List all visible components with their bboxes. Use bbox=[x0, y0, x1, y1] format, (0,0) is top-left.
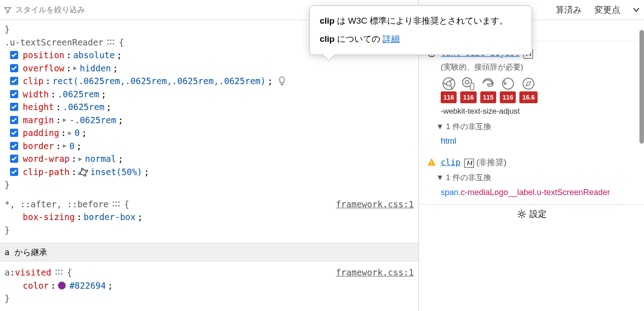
tooltip-text: は W3C 標準により非推奨とされています。 bbox=[335, 16, 508, 25]
selector[interactable]: .u-textScreenReader bbox=[5, 36, 103, 49]
chevron-down-icon[interactable] bbox=[633, 8, 639, 12]
tooltip: clip は W3C 標準により非推奨とされています。 clip についての 詳… bbox=[309, 5, 532, 55]
prop-link[interactable]: clip bbox=[441, 157, 460, 167]
close-brace: } bbox=[5, 224, 414, 237]
browser-chrome-mobile: 116 bbox=[460, 77, 476, 103]
checkbox[interactable] bbox=[10, 155, 18, 163]
lightbulb-icon[interactable] bbox=[277, 76, 287, 86]
svg-rect-32 bbox=[431, 161, 432, 163]
expand-icon[interactable]: ▶ bbox=[68, 128, 72, 138]
prop-value: hidden bbox=[80, 62, 111, 75]
property[interactable]: overflow: ▶hidden; bbox=[5, 62, 414, 75]
property[interactable]: width: .0625rem; bbox=[5, 88, 414, 101]
open-brace: { bbox=[124, 198, 129, 211]
property[interactable]: margin: ▶-.0625rem; bbox=[5, 114, 414, 127]
prop-name: box-sizing bbox=[23, 211, 75, 224]
settings-row[interactable]: 設定 bbox=[419, 204, 644, 220]
svg-rect-0 bbox=[107, 40, 109, 41]
source-link[interactable]: framework.css:1 bbox=[336, 198, 414, 211]
expand-icon[interactable]: ▶ bbox=[63, 141, 66, 150]
svg-rect-14 bbox=[116, 205, 117, 206]
version: 16.6 bbox=[519, 91, 537, 103]
svg-rect-11 bbox=[116, 201, 117, 203]
checkbox[interactable] bbox=[10, 51, 18, 59]
source-link[interactable]: framework.css:1 bbox=[336, 266, 414, 279]
compat-item: clip Ⲙ (非推奨) bbox=[427, 156, 636, 169]
incompat-toggle[interactable]: ▼ 1 件の非互換 bbox=[436, 171, 636, 184]
checkbox[interactable] bbox=[10, 77, 18, 85]
svg-rect-16 bbox=[55, 270, 57, 271]
prop-value: normal bbox=[85, 152, 116, 166]
expand-icon[interactable]: ▶ bbox=[78, 154, 82, 164]
prop-value: border-box bbox=[84, 211, 136, 224]
note: (実験的、接頭辞が必要) bbox=[441, 61, 636, 73]
version: 116 bbox=[460, 91, 476, 103]
checkbox[interactable] bbox=[10, 116, 18, 124]
prop-name: margin bbox=[23, 114, 54, 127]
color-swatch[interactable] bbox=[58, 281, 66, 290]
chrome-mobile-icon bbox=[462, 77, 475, 90]
incompat-toggle[interactable]: ▼ 1 件の非互換 bbox=[436, 120, 636, 133]
incompat-element[interactable]: html bbox=[441, 135, 636, 148]
settings-label: 設定 bbox=[529, 208, 547, 220]
svg-rect-3 bbox=[107, 43, 109, 45]
grid-icon bbox=[112, 201, 121, 207]
note: (非推奨) bbox=[476, 158, 506, 167]
selector[interactable]: a:visited bbox=[5, 266, 51, 279]
checkbox[interactable] bbox=[10, 129, 18, 137]
browser-edge: 115 bbox=[480, 77, 496, 103]
prop-name: border bbox=[23, 140, 54, 153]
property[interactable]: color: #822694; bbox=[5, 279, 414, 292]
svg-point-33 bbox=[431, 164, 432, 165]
prefix-text: -webkit-text-size-adjust bbox=[441, 105, 636, 117]
svg-point-31 bbox=[523, 78, 534, 89]
checkbox[interactable] bbox=[10, 90, 18, 98]
browser-safari: 16.6 bbox=[519, 77, 537, 103]
prop-value: .0625rem bbox=[63, 100, 105, 114]
tooltip-link[interactable]: 詳細 bbox=[382, 34, 400, 44]
prop-value: -.0625rem bbox=[70, 114, 116, 127]
gear-icon bbox=[517, 209, 527, 219]
tab-changes[interactable]: 変更点 bbox=[594, 4, 620, 16]
prop-value: 0 bbox=[75, 126, 80, 140]
svg-rect-19 bbox=[55, 273, 57, 275]
checkbox[interactable] bbox=[10, 168, 18, 176]
tooltip-keyword: clip bbox=[320, 34, 335, 44]
svg-rect-29 bbox=[470, 83, 474, 90]
property[interactable]: word-wrap: ▶normal; bbox=[5, 152, 414, 166]
property[interactable]: box-sizing: border-box; bbox=[5, 211, 414, 224]
prop-value: .0625rem bbox=[58, 88, 100, 101]
selector[interactable]: *, ::after, ::before bbox=[5, 198, 109, 211]
prop-name: clip-path bbox=[23, 166, 70, 179]
property[interactable]: clip-path: inset(50%); bbox=[5, 166, 414, 179]
edge-icon bbox=[481, 77, 495, 90]
close-brace: } bbox=[5, 178, 414, 191]
element-path[interactable]: span.c-mediaLogo__label.u-textScreenRead… bbox=[441, 186, 636, 199]
svg-point-9 bbox=[84, 175, 86, 176]
browser-firefox: 116 bbox=[500, 77, 516, 103]
property[interactable]: border: ▶0; bbox=[5, 140, 414, 153]
checkbox[interactable] bbox=[10, 142, 18, 150]
filter-icon[interactable] bbox=[4, 6, 12, 14]
expand-icon[interactable]: ▶ bbox=[73, 63, 77, 73]
checkbox[interactable] bbox=[10, 64, 18, 72]
property[interactable]: height: .0625rem; bbox=[5, 100, 414, 114]
expand-icon[interactable]: ▶ bbox=[63, 115, 66, 125]
clippath-icon[interactable] bbox=[78, 167, 88, 176]
inherit-bar: a から継承 bbox=[0, 243, 418, 261]
open-brace: { bbox=[67, 266, 72, 279]
mdn-badge[interactable]: Ⲙ bbox=[464, 159, 474, 168]
property[interactable]: padding: ▶0; bbox=[5, 126, 414, 140]
svg-point-8 bbox=[86, 170, 88, 172]
grid-icon bbox=[107, 39, 115, 45]
checkbox[interactable] bbox=[10, 103, 18, 111]
tab-computed[interactable]: 算済み bbox=[556, 4, 582, 16]
property[interactable]: clip: rect(.0625rem,.0625rem,.0625rem,.0… bbox=[5, 75, 414, 88]
svg-rect-13 bbox=[113, 205, 114, 206]
prop-value: #822694 bbox=[70, 279, 106, 292]
browser-chrome: 116 bbox=[441, 77, 457, 103]
tooltip-text: についての bbox=[335, 34, 383, 44]
svg-rect-20 bbox=[58, 273, 60, 275]
version: 115 bbox=[480, 91, 496, 103]
svg-rect-21 bbox=[61, 273, 62, 275]
